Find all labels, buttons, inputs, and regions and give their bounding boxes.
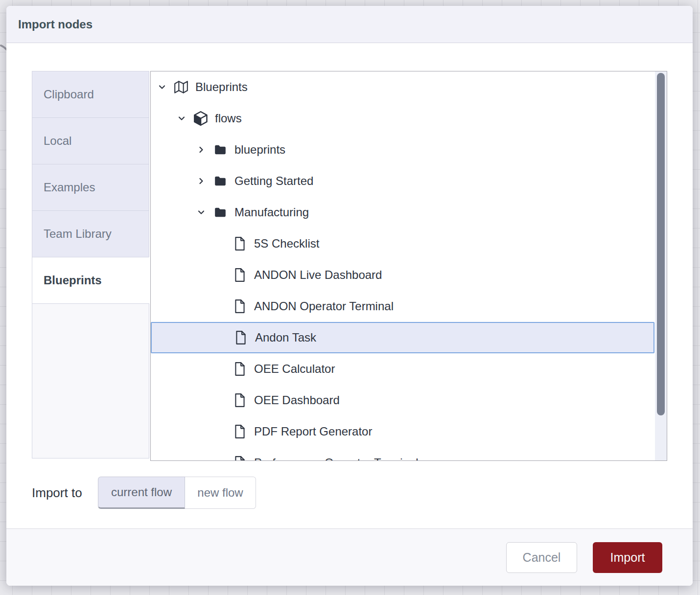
chevron-down-icon[interactable] [156, 83, 168, 92]
tree-item-label: OEE Calculator [254, 362, 335, 376]
tree-item-label: ANDON Operator Terminal [254, 299, 394, 313]
new-flow-option[interactable]: new flow [185, 477, 256, 509]
tree-item-5s-checklist[interactable]: 5S Checklist [151, 228, 654, 259]
tree-item-label: Blueprints [195, 80, 248, 94]
tree-item-label: ANDON Live Dashboard [254, 268, 382, 282]
file-icon [232, 393, 248, 408]
tree-item-blueprints[interactable]: blueprints [151, 134, 654, 165]
chevron-right-icon[interactable] [195, 177, 207, 185]
tree-scrollbar-thumb[interactable] [657, 73, 665, 415]
tree-item-label: Manufacturing [234, 206, 309, 219]
tree-item-andon-live-dashboard[interactable]: ANDON Live Dashboard [151, 259, 654, 291]
chevron-down-icon[interactable] [176, 114, 187, 123]
dialog-header: Import nodes [6, 6, 693, 43]
tree-item-blueprints[interactable]: Blueprints [151, 71, 654, 103]
cancel-button[interactable]: Cancel [506, 542, 577, 573]
chevron-right-icon[interactable] [195, 145, 207, 154]
folder-icon [212, 206, 229, 219]
file-icon [232, 268, 248, 282]
tree-item-flows[interactable]: flows [151, 103, 654, 134]
library-tree-panel: BlueprintsflowsblueprintsGetting Started… [150, 71, 667, 461]
tree-scrollbar-track[interactable] [655, 71, 667, 460]
folder-icon [212, 143, 229, 156]
tab-local[interactable]: Local [32, 117, 149, 164]
tab-clipboard[interactable]: Clipboard [32, 71, 149, 118]
file-icon [233, 330, 249, 345]
tree-item-andon-operator-terminal[interactable]: ANDON Operator Terminal [151, 291, 654, 322]
import-to-row: Import to current flownew flow [32, 477, 82, 509]
file-icon [232, 362, 248, 376]
tree-item-andon-task[interactable]: Andon Task [151, 322, 654, 353]
import-to-label: Import to [32, 485, 82, 501]
library-tree: BlueprintsflowsblueprintsGetting Started… [151, 71, 667, 461]
import-target-toggle: current flownew flow [98, 477, 256, 509]
chevron-down-icon[interactable] [195, 208, 207, 217]
dialog-footer: Cancel Import [6, 528, 693, 586]
tree-item-label: blueprints [234, 143, 285, 157]
tree-item-label: Andon Task [255, 331, 316, 344]
tree-item-oee-calculator[interactable]: OEE Calculator [151, 353, 654, 385]
tree-item-label: Getting Started [234, 174, 313, 188]
folder-icon [212, 175, 229, 187]
import-button[interactable]: Import [593, 542, 662, 573]
tree-item-getting-started[interactable]: Getting Started [151, 165, 654, 197]
tab-examples[interactable]: Examples [32, 164, 149, 211]
flow-editor-canvas: { "dialog": { "title": "Import nodes" },… [0, 0, 700, 595]
tree-item-label: 5S Checklist [254, 237, 319, 251]
tree-item-label: Performance Operator Terminal [254, 456, 419, 461]
current-flow-option[interactable]: current flow [98, 477, 185, 509]
tree-item-pdf-report-generator[interactable]: PDF Report Generator [151, 416, 654, 447]
import-nodes-dialog: Import nodes ClipboardLocalExamplesTeam … [6, 6, 693, 586]
tab-blueprints[interactable]: Blueprints [32, 257, 149, 304]
file-icon [232, 299, 248, 314]
import-source-tabs: ClipboardLocalExamplesTeam LibraryBluepr… [32, 71, 149, 458]
tree-item-label: flows [215, 112, 242, 125]
tree-item-label: OEE Dashboard [254, 393, 340, 407]
tab-team-library[interactable]: Team Library [32, 210, 149, 257]
tree-item-label: PDF Report Generator [254, 425, 372, 438]
file-icon [232, 456, 248, 461]
dialog-title: Import nodes [18, 18, 93, 31]
map-icon [173, 80, 189, 94]
file-icon [232, 424, 248, 439]
cube-icon [192, 111, 209, 126]
file-icon [232, 236, 248, 251]
tree-item-manufacturing[interactable]: Manufacturing [151, 197, 654, 228]
tree-item-oee-dashboard[interactable]: OEE Dashboard [151, 385, 654, 416]
tab-column-filler [32, 303, 149, 458]
tree-item-performance-operator-terminal[interactable]: Performance Operator Terminal [151, 447, 654, 461]
